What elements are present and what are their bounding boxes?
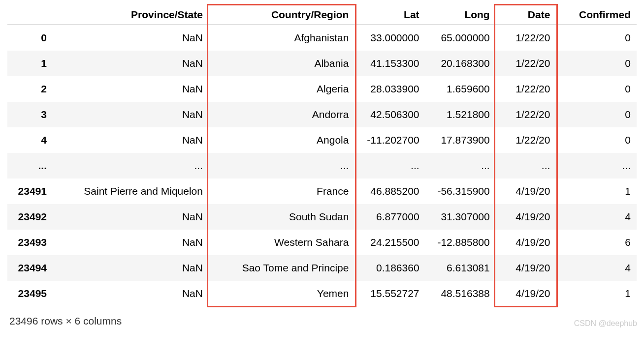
header-long: Long — [425, 5, 496, 25]
header-country-region: Country/Region — [209, 5, 354, 25]
cell-long: 48.516388 — [425, 281, 496, 306]
cell-long: ... — [425, 153, 496, 178]
dataframe-table-wrapper: Province/State Country/Region Lat Long D… — [7, 5, 637, 306]
cell-province-state: NaN — [53, 76, 209, 102]
table-body: 0NaNAfghanistan33.00000065.0000001/22/20… — [7, 25, 637, 307]
row-index: 23493 — [7, 230, 53, 255]
table-row: 4NaNAngola-11.20270017.8739001/22/200 — [7, 127, 637, 153]
cell-province-state: NaN — [53, 25, 209, 51]
row-index: 23492 — [7, 204, 53, 230]
cell-province-state: ... — [53, 153, 209, 178]
cell-lat: 15.552727 — [354, 281, 425, 306]
table-row: 2NaNAlgeria28.0339001.6596001/22/200 — [7, 76, 637, 102]
cell-confirmed: 0 — [556, 51, 637, 76]
table-row: 23493NaNWestern Sahara24.215500-12.88580… — [7, 230, 637, 255]
cell-country-region: Western Sahara — [209, 230, 354, 255]
cell-date: 4/19/20 — [496, 204, 556, 230]
cell-province-state: NaN — [53, 127, 209, 153]
cell-long: 65.000000 — [425, 25, 496, 51]
row-index: 0 — [7, 25, 53, 51]
cell-province-state: NaN — [53, 102, 209, 127]
cell-confirmed: 1 — [556, 281, 637, 306]
cell-date: 1/22/20 — [496, 51, 556, 76]
cell-province-state: NaN — [53, 51, 209, 76]
cell-lat: 33.000000 — [354, 25, 425, 51]
row-index: 3 — [7, 102, 53, 127]
row-index: 4 — [7, 127, 53, 153]
cell-date: 1/22/20 — [496, 127, 556, 153]
cell-confirmed: 6 — [556, 230, 637, 255]
cell-confirmed: 0 — [556, 25, 637, 51]
cell-lat: ... — [354, 153, 425, 178]
cell-date: 4/19/20 — [496, 230, 556, 255]
cell-province-state: NaN — [53, 230, 209, 255]
cell-lat: 6.877000 — [354, 204, 425, 230]
table-row: 3NaNAndorra42.5063001.5218001/22/200 — [7, 102, 637, 127]
cell-country-region: Albania — [209, 51, 354, 76]
cell-province-state: NaN — [53, 255, 209, 281]
cell-long: -12.885800 — [425, 230, 496, 255]
cell-date: 1/22/20 — [496, 25, 556, 51]
table-row: 0NaNAfghanistan33.00000065.0000001/22/20… — [7, 25, 637, 51]
cell-confirmed: 4 — [556, 204, 637, 230]
header-confirmed: Confirmed — [556, 5, 637, 25]
table-row: 1NaNAlbania41.15330020.1683001/22/200 — [7, 51, 637, 76]
header-index — [7, 5, 53, 25]
cell-date: ... — [496, 153, 556, 178]
cell-country-region: Algeria — [209, 76, 354, 102]
cell-lat: 42.506300 — [354, 102, 425, 127]
cell-country-region: Sao Tome and Principe — [209, 255, 354, 281]
cell-long: -56.315900 — [425, 178, 496, 204]
cell-long: 1.521800 — [425, 102, 496, 127]
row-index: 23495 — [7, 281, 53, 306]
row-index: ... — [7, 153, 53, 178]
cell-date: 4/19/20 — [496, 255, 556, 281]
cell-country-region: Angola — [209, 127, 354, 153]
cell-lat: 28.033900 — [354, 76, 425, 102]
cell-long: 1.659600 — [425, 76, 496, 102]
row-index: 23491 — [7, 178, 53, 204]
table-row: 23494NaNSao Tome and Principe0.1863606.6… — [7, 255, 637, 281]
header-lat: Lat — [354, 5, 425, 25]
cell-province-state: Saint Pierre and Miquelon — [53, 178, 209, 204]
header-date: Date — [496, 5, 556, 25]
cell-confirmed: 0 — [556, 127, 637, 153]
cell-province-state: NaN — [53, 204, 209, 230]
cell-country-region: Andorra — [209, 102, 354, 127]
cell-long: 20.168300 — [425, 51, 496, 76]
cell-country-region: Yemen — [209, 281, 354, 306]
table-row: ..................... — [7, 153, 637, 178]
cell-country-region: Afghanistan — [209, 25, 354, 51]
cell-province-state: NaN — [53, 281, 209, 306]
cell-country-region: South Sudan — [209, 204, 354, 230]
header-row: Province/State Country/Region Lat Long D… — [7, 5, 637, 25]
table-row: 23491Saint Pierre and MiquelonFrance46.8… — [7, 178, 637, 204]
dataframe-table: Province/State Country/Region Lat Long D… — [7, 5, 637, 306]
cell-long: 17.873900 — [425, 127, 496, 153]
cell-confirmed: 1 — [556, 178, 637, 204]
cell-date: 4/19/20 — [496, 178, 556, 204]
cell-date: 1/22/20 — [496, 102, 556, 127]
cell-lat: 46.885200 — [354, 178, 425, 204]
watermark: CSDN @deephub — [574, 319, 637, 328]
cell-date: 1/22/20 — [496, 76, 556, 102]
cell-lat: -11.202700 — [354, 127, 425, 153]
cell-date: 4/19/20 — [496, 281, 556, 306]
row-index: 23494 — [7, 255, 53, 281]
cell-confirmed: 0 — [556, 76, 637, 102]
cell-lat: 0.186360 — [354, 255, 425, 281]
table-row: 23492NaNSouth Sudan6.87700031.3070004/19… — [7, 204, 637, 230]
cell-country-region: ... — [209, 153, 354, 178]
cell-confirmed: 0 — [556, 102, 637, 127]
row-count-summary: 23496 rows × 6 columns — [7, 306, 637, 327]
cell-lat: 41.153300 — [354, 51, 425, 76]
cell-confirmed: 4 — [556, 255, 637, 281]
cell-lat: 24.215500 — [354, 230, 425, 255]
cell-country-region: France — [209, 178, 354, 204]
header-province-state: Province/State — [53, 5, 209, 25]
cell-long: 31.307000 — [425, 204, 496, 230]
cell-long: 6.613081 — [425, 255, 496, 281]
cell-confirmed: ... — [556, 153, 637, 178]
row-index: 1 — [7, 51, 53, 76]
table-row: 23495NaNYemen15.55272748.5163884/19/201 — [7, 281, 637, 306]
